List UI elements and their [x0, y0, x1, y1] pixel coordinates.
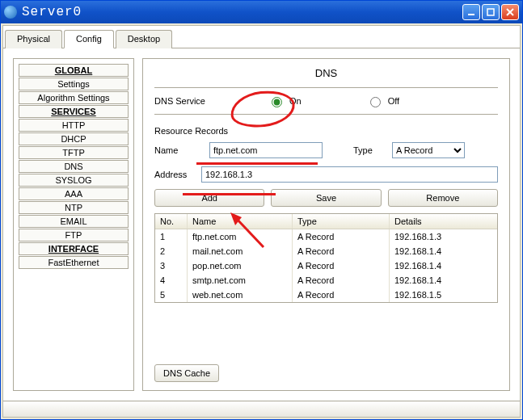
save-button[interactable]: Save: [271, 189, 381, 207]
table-row[interactable]: 1ftp.net.comA Record192.168.1.3: [155, 229, 497, 244]
maximize-icon: [487, 8, 495, 16]
add-button[interactable]: Add: [154, 189, 264, 207]
radio-off-wrap: Off: [366, 94, 399, 107]
window-title: Server0: [22, 5, 462, 19]
cell-type: A Record: [293, 288, 390, 302]
sidebar-item-dns[interactable]: DNS: [19, 160, 129, 173]
sidebar-item-algorithm-settings[interactable]: Algorithm Settings: [19, 91, 129, 104]
button-row: Add Save Remove: [154, 189, 498, 207]
svg-rect-1: [487, 9, 494, 15]
dns-service-radio-group: On Off: [268, 94, 399, 107]
name-label: Name: [154, 145, 203, 155]
cell-details: 192.168.1.5: [390, 288, 497, 302]
sidebar-item-tftp[interactable]: TFTP: [19, 146, 129, 159]
cell-no: 3: [155, 258, 188, 273]
records-table: No. Name Type Details 1ftp.net.comA Reco…: [154, 213, 498, 303]
sidebar: GLOBAL Settings Algorithm Settings SERVI…: [13, 58, 134, 391]
radio-on[interactable]: [272, 97, 282, 107]
table-row[interactable]: 2mail.net.comA Record192.168.1.4: [155, 244, 497, 258]
cell-type: A Record: [293, 258, 390, 273]
sidebar-head-interface: INTERFACE: [19, 242, 129, 255]
sidebar-head-global: GLOBAL: [19, 64, 129, 77]
cell-name: pop.net.com: [188, 258, 293, 273]
col-type[interactable]: Type: [293, 214, 390, 229]
main-panel: DNS DNS Service On Off: [142, 58, 510, 391]
dns-service-label: DNS Service: [154, 96, 227, 106]
statusbar: [3, 401, 520, 417]
address-row: Address: [154, 166, 498, 183]
sidebar-item-syslog[interactable]: SYSLOG: [19, 174, 129, 187]
cell-details: 192.168.1.4: [390, 244, 497, 258]
records-header: No. Name Type Details: [155, 214, 497, 229]
resource-records-label: Resource Records: [154, 126, 498, 136]
window: Server0 Physical Config Desktop GLOBAL S…: [0, 0, 523, 420]
tabstrip: Physical Config Desktop: [3, 26, 520, 48]
close-icon: [506, 8, 514, 16]
cell-name: mail.net.com: [188, 244, 293, 258]
address-label: Address: [154, 170, 196, 179]
body: GLOBAL Settings Algorithm Settings SERVI…: [3, 48, 520, 401]
maximize-button[interactable]: [482, 4, 500, 20]
col-details[interactable]: Details: [390, 214, 497, 229]
table-row[interactable]: 5web.net.comA Record192.168.1.5: [155, 288, 497, 302]
table-row[interactable]: 4smtp.net.comA Record192.168.1.4: [155, 273, 497, 288]
dns-service-row: DNS Service On Off: [154, 94, 498, 107]
name-input[interactable]: [209, 142, 323, 158]
cell-name: smtp.net.com: [188, 273, 293, 288]
cell-details: 192.168.1.4: [390, 258, 497, 273]
window-buttons: [462, 4, 519, 20]
cell-type: A Record: [293, 229, 390, 244]
minimize-button[interactable]: [462, 4, 480, 20]
cell-details: 192.168.1.4: [390, 273, 497, 288]
cell-no: 5: [155, 288, 188, 302]
records-body: 1ftp.net.comA Record192.168.1.32mail.net…: [155, 229, 497, 302]
sidebar-item-aaa[interactable]: AAA: [19, 187, 129, 200]
cell-details: 192.168.1.3: [390, 229, 497, 244]
tab-config[interactable]: Config: [64, 30, 114, 48]
type-select[interactable]: A Record: [392, 142, 465, 158]
close-button[interactable]: [501, 4, 519, 20]
col-name[interactable]: Name: [188, 214, 293, 229]
sidebar-item-email[interactable]: EMAIL: [19, 215, 129, 228]
cell-type: A Record: [293, 244, 390, 258]
sidebar-item-ntp[interactable]: NTP: [19, 201, 129, 214]
cell-name: web.net.com: [188, 288, 293, 302]
sidebar-item-http[interactable]: HTTP: [19, 119, 129, 132]
app-icon: [4, 6, 17, 19]
client-area: Physical Config Desktop GLOBAL Settings …: [2, 25, 521, 418]
cell-no: 1: [155, 229, 188, 244]
minimize-icon: [467, 8, 475, 16]
table-row[interactable]: 3pop.net.comA Record192.168.1.4: [155, 258, 497, 273]
divider: [154, 114, 498, 115]
radio-off-label: Off: [388, 96, 399, 106]
cell-name: ftp.net.com: [188, 229, 293, 244]
cell-type: A Record: [293, 273, 390, 288]
sidebar-item-settings[interactable]: Settings: [19, 78, 129, 90]
cell-no: 2: [155, 244, 188, 258]
tab-physical[interactable]: Physical: [5, 30, 62, 48]
sidebar-head-services: SERVICES: [19, 105, 129, 118]
dns-cache-button[interactable]: DNS Cache: [154, 364, 219, 382]
radio-on-label: On: [289, 96, 302, 106]
radio-on-wrap: On: [268, 94, 302, 107]
footer: DNS Cache: [154, 364, 498, 382]
sidebar-item-ftp[interactable]: FTP: [19, 229, 129, 242]
tab-desktop[interactable]: Desktop: [116, 30, 172, 48]
type-label: Type: [353, 145, 386, 155]
name-type-row: Name Type A Record: [154, 142, 498, 158]
page-title: DNS: [154, 67, 498, 79]
cell-no: 4: [155, 273, 188, 288]
address-input[interactable]: [201, 166, 498, 183]
col-no[interactable]: No.: [155, 214, 188, 229]
titlebar: Server0: [1, 1, 522, 23]
sidebar-item-dhcp[interactable]: DHCP: [19, 132, 129, 145]
sidebar-item-fastethernet[interactable]: FastEthernet: [19, 256, 129, 269]
divider: [154, 87, 498, 88]
radio-off[interactable]: [370, 97, 381, 107]
remove-button[interactable]: Remove: [388, 189, 498, 207]
